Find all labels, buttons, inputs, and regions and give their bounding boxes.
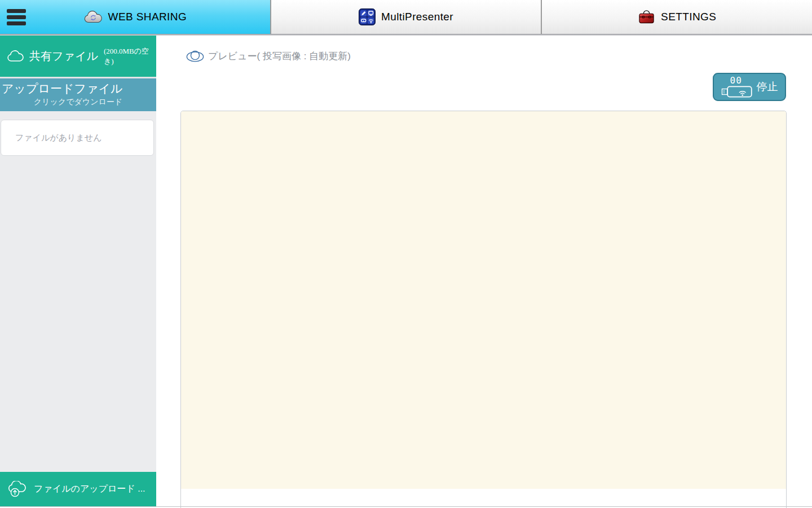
tab-multipresenter-label: MultiPresenter [381,11,453,23]
preview-title: プレビュー( 投写画像 : 自動更新) [208,50,351,63]
multipresenter-icon [359,8,376,25]
preview-header: プレビュー( 投写画像 : 自動更新) [186,47,351,64]
cloud-upload-icon [7,481,27,498]
empty-file-message: ファイルがありません [1,133,102,143]
shared-files-free-space: (200.0MBの空き) [104,46,156,67]
preview-box [180,111,787,508]
usb-dongle-icon: 00 [721,76,754,98]
stop-button[interactable]: 00 停止 [713,73,786,101]
tab-settings-label: SETTINGS [661,11,716,23]
top-tab-bar: WEB SHARING [0,0,812,34]
tab-settings[interactable]: SETTINGS [541,0,812,34]
toolbox-icon [638,9,655,25]
upload-files-subtitle: クリックでダウンロード [0,97,156,107]
tab-multipresenter[interactable]: MultiPresenter [270,0,541,34]
usb-counter: 00 [730,75,742,86]
hamburger-menu-button[interactable] [7,7,26,27]
preview-canvas [181,111,786,489]
eye-icon [186,49,204,63]
tab-web-sharing-label: WEB SHARING [108,11,187,23]
upload-file-button[interactable]: ファイルのアップロード ... [0,472,156,506]
upload-files-header: アップロードファイル クリックでダウンロード [0,78,156,111]
web-sharing-page: WEB SHARING [0,0,812,508]
empty-file-card: ファイルがありません [1,120,154,156]
cloud-sync-icon [83,10,103,24]
stop-button-label: 停止 [757,80,778,94]
upload-files-title: アップロードファイル [0,81,156,97]
tab-web-sharing[interactable]: WEB SHARING [0,0,270,34]
upload-file-label: ファイルのアップロード ... [34,483,145,495]
shared-files-title: 共有ファイル [29,49,98,64]
shared-files-header: 共有ファイル(200.0MBの空き) [0,36,156,77]
page-bottom-divider [0,506,812,507]
cloud-icon [7,50,24,62]
sidebar: 共有ファイル(200.0MBの空き) アップロードファイル クリックでダウンロー… [0,36,156,506]
